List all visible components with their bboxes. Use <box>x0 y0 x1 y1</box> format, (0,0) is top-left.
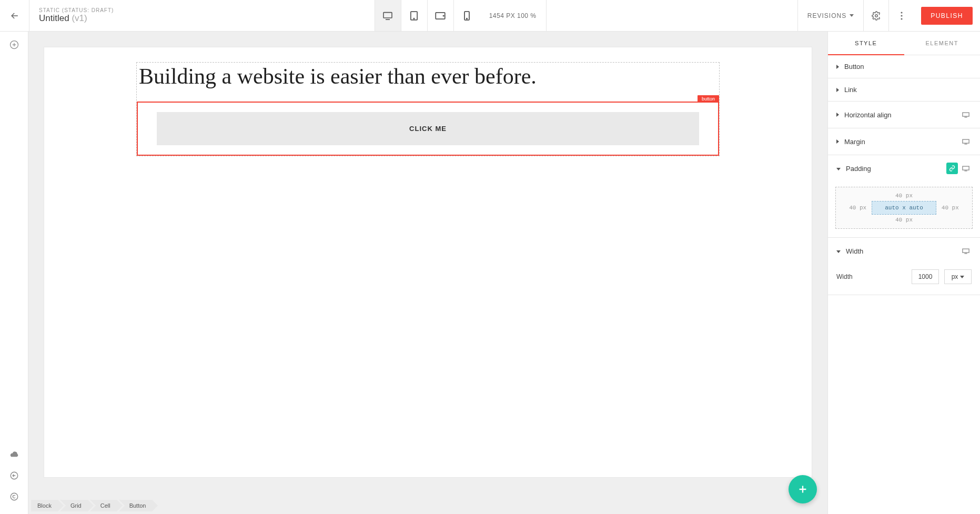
page-version: (v1) <box>72 13 87 23</box>
chevron-down-icon <box>960 276 964 278</box>
svg-rect-17 <box>963 249 969 253</box>
svg-rect-0 <box>383 12 392 17</box>
desktop-mini-icon <box>962 139 969 145</box>
width-unit-dropdown[interactable]: px <box>944 269 972 284</box>
chevron-down-icon <box>850 14 854 17</box>
svg-point-9 <box>901 15 902 16</box>
width-row: Width px <box>828 264 980 295</box>
section-width: Width Width px <box>828 238 980 295</box>
padding-left-value[interactable]: 40 px <box>849 205 866 211</box>
gear-icon <box>872 11 881 21</box>
padding-top-value[interactable]: 40 px <box>841 193 967 199</box>
settings-button[interactable] <box>863 0 888 31</box>
selected-button-block[interactable]: button CLICK ME <box>137 102 719 156</box>
link-icon <box>949 165 955 172</box>
width-label: Width <box>836 273 906 280</box>
section-halign: Horizontal align <box>828 102 980 128</box>
tablet-landscape-icon <box>435 12 446 19</box>
chevron-right-icon <box>836 139 839 144</box>
padding-bottom-value[interactable]: 40 px <box>841 217 967 223</box>
section-padding: Padding 40 px 40 px auto x auto 40 px <box>828 155 980 238</box>
chevron-right-icon <box>836 65 839 69</box>
width-input[interactable] <box>912 269 939 284</box>
responsive-toggle-halign[interactable] <box>960 109 972 120</box>
page-canvas[interactable]: Building a website is easier than ever b… <box>44 47 812 477</box>
section-button-header[interactable]: Button <box>828 55 980 78</box>
canvas-button[interactable]: CLICK ME <box>157 112 699 145</box>
svg-rect-14 <box>963 113 969 116</box>
more-options-button[interactable] <box>888 0 914 31</box>
section-halign-header[interactable]: Horizontal align <box>828 102 980 128</box>
section-width-label: Width <box>846 247 863 255</box>
responsive-toggle-padding[interactable] <box>960 163 972 174</box>
section-width-header[interactable]: Width <box>828 238 980 264</box>
add-element-button[interactable] <box>5 36 23 54</box>
chevron-down-icon <box>836 168 841 170</box>
svg-point-7 <box>875 14 877 17</box>
svg-rect-16 <box>963 166 969 170</box>
cloud-check-icon <box>9 451 19 458</box>
topbar-center: 1454 PX 100 % <box>123 0 797 31</box>
responsive-toggle-width[interactable] <box>960 245 972 257</box>
section-button-label: Button <box>844 63 864 70</box>
device-phone-button[interactable] <box>453 0 480 31</box>
section-link-header[interactable]: Link <box>828 78 980 101</box>
section-button: Button <box>828 55 980 78</box>
tab-style[interactable]: STYLE <box>828 32 904 55</box>
svg-point-13 <box>11 493 18 500</box>
crumb-button[interactable]: Button <box>119 500 153 511</box>
chevron-right-icon <box>836 88 839 92</box>
back-button[interactable] <box>0 0 29 31</box>
crumb-block[interactable]: Block <box>31 500 58 511</box>
side-panel: STYLE ELEMENT Button Link Horizontal ali… <box>827 32 980 514</box>
undo-button[interactable] <box>5 467 23 485</box>
device-tablet-portrait-button[interactable] <box>401 0 427 31</box>
link-values-toggle[interactable] <box>946 163 958 174</box>
padding-box[interactable]: 40 px 40 px auto x auto 40 px 40 px <box>835 187 973 229</box>
svg-rect-15 <box>963 139 969 143</box>
device-tablet-landscape-button[interactable] <box>427 0 453 31</box>
phone-icon <box>464 11 470 21</box>
section-margin: Margin <box>828 128 980 155</box>
section-link-label: Link <box>844 86 857 94</box>
width-unit-label: px <box>952 273 958 280</box>
desktop-mini-icon <box>962 112 969 118</box>
svg-point-2 <box>413 18 414 18</box>
kebab-icon <box>901 12 903 20</box>
device-desktop-button[interactable] <box>375 0 401 31</box>
section-link: Link <box>828 78 980 102</box>
section-margin-label: Margin <box>844 138 865 146</box>
grid-outline[interactable]: Building a website is easier than ever b… <box>136 62 720 156</box>
plus-circle-icon <box>9 39 19 50</box>
chevron-right-icon <box>836 113 839 117</box>
svg-point-4 <box>443 15 444 16</box>
page-title-block: STATIC (STATUS: DRAFT) Untitled (v1) <box>29 0 123 31</box>
page-status: STATIC (STATUS: DRAFT) <box>39 7 114 13</box>
tablet-portrait-icon <box>410 11 418 21</box>
canvas-area[interactable]: Building a website is easier than ever b… <box>28 32 827 514</box>
device-preview-group: 1454 PX 100 % <box>375 0 547 31</box>
tab-element[interactable]: ELEMENT <box>904 32 981 55</box>
crumb-grid[interactable]: Grid <box>60 500 88 511</box>
section-halign-label: Horizontal align <box>844 111 892 119</box>
crumb-cell[interactable]: Cell <box>90 500 117 511</box>
desktop-mini-icon <box>962 248 969 254</box>
section-padding-header[interactable]: Padding <box>828 155 980 182</box>
svg-point-8 <box>901 12 902 13</box>
left-rail <box>0 32 28 514</box>
topbar-right: REVISIONS PUBLISH <box>797 0 980 31</box>
publish-button[interactable]: PUBLISH <box>921 7 973 25</box>
copyright-button[interactable] <box>5 488 23 506</box>
page-title[interactable]: Untitled (v1) <box>39 13 114 24</box>
heading-block[interactable]: Building a website is easier than ever b… <box>137 63 719 96</box>
plus-icon <box>797 483 809 495</box>
selection-tag: button <box>698 95 719 103</box>
responsive-toggle-margin[interactable] <box>960 136 972 147</box>
padding-editor: 40 px 40 px auto x auto 40 px 40 px <box>828 182 980 237</box>
section-margin-header[interactable]: Margin <box>828 128 980 155</box>
revisions-dropdown[interactable]: REVISIONS <box>797 0 863 31</box>
cloud-status-button[interactable] <box>5 446 23 463</box>
fab-add-button[interactable] <box>789 475 817 503</box>
padding-right-value[interactable]: 40 px <box>942 205 959 211</box>
arrow-left-icon <box>9 11 20 21</box>
